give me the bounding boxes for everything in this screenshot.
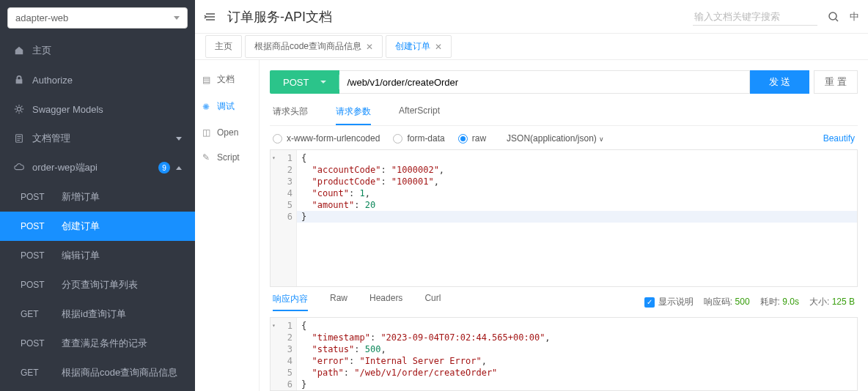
chevron-up-icon xyxy=(176,166,182,170)
response-time: 9.0s xyxy=(782,297,799,307)
response-size: 125 B xyxy=(832,297,855,307)
api-item[interactable]: GET根据id查询订单 xyxy=(0,299,195,329)
page-title: 订单服务-API文档 xyxy=(227,8,332,26)
api-method: POST xyxy=(21,250,51,261)
radio-raw[interactable]: raw xyxy=(458,133,486,144)
api-label: 创建订单 xyxy=(62,220,100,233)
sidebar-item-docmgmt[interactable]: 文档管理 xyxy=(0,124,195,153)
response-body-viewer[interactable]: 123456 { "timestamp": "2023-09-04T07:02:… xyxy=(270,317,858,391)
sidebar-item-home[interactable]: 主页 xyxy=(0,36,195,65)
sidebar-item-swagger[interactable]: Swagger Models xyxy=(0,94,195,124)
response-tab[interactable]: Headers xyxy=(369,293,402,311)
api-method: GET xyxy=(21,309,51,319)
api-method: POST xyxy=(21,338,51,349)
main: 订单服务-API文档 中 主页根据商品code查询商品信息✕创建订单✕ ▤文档✺… xyxy=(195,0,868,391)
cloud-icon xyxy=(13,162,25,174)
response-tab[interactable]: 响应内容 xyxy=(273,293,308,311)
api-item[interactable]: POST分页查询订单列表 xyxy=(0,270,195,299)
response-tab[interactable]: Raw xyxy=(330,293,347,311)
sidebar-item-label: order-wep端api xyxy=(32,161,98,174)
beautify-button[interactable]: Beautify xyxy=(823,133,855,144)
tabs: 主页根据商品code查询商品信息✕创建订单✕ xyxy=(195,34,868,60)
svg-point-2 xyxy=(829,12,836,20)
language-toggle[interactable]: 中 xyxy=(850,10,859,23)
side-tab-script[interactable]: ✎Script xyxy=(195,145,259,170)
header: 订单服务-API文档 中 xyxy=(195,0,868,34)
show-desc-checkbox[interactable]: ✓ xyxy=(644,297,655,308)
side-tabs: ▤文档✺调试◫Open✎Script xyxy=(195,60,260,391)
chevron-down-icon xyxy=(320,81,326,83)
script-icon: ✎ xyxy=(202,152,213,163)
project-select[interactable]: adapter-web xyxy=(7,7,188,29)
content-type-select[interactable]: JSON(application/json) ∨ xyxy=(507,133,604,144)
debug-panel: POST 发 送 重 置 请求头部请求参数AfterScript x-www-f… xyxy=(260,60,868,391)
sidebar-item-label: 主页 xyxy=(32,44,51,57)
api-item[interactable]: POST查查满足条件的记录 xyxy=(0,329,195,358)
open-icon: ◫ xyxy=(202,127,213,138)
doc-icon xyxy=(13,133,25,144)
api-method: POST xyxy=(21,192,51,202)
project-name: adapter-web xyxy=(15,12,68,23)
send-button[interactable]: 发 送 xyxy=(750,70,810,94)
url-input[interactable] xyxy=(339,70,749,94)
sidebar: adapter-web 主页 Authorize Swagger Models … xyxy=(0,0,195,391)
sidebar-item-label: Swagger Models xyxy=(32,104,103,115)
home-icon xyxy=(13,45,25,56)
lock-icon xyxy=(13,74,25,86)
gear-icon xyxy=(13,103,25,115)
api-method: POST xyxy=(21,280,51,290)
method-select[interactable]: POST xyxy=(270,70,339,94)
side-tab-open[interactable]: ◫Open xyxy=(195,120,259,145)
radio-urlencoded[interactable]: x-www-form-urlencoded xyxy=(273,133,380,144)
response-code: 500 xyxy=(735,297,750,307)
api-label: 编辑订单 xyxy=(62,249,100,262)
doc-tab[interactable]: 主页 xyxy=(205,35,242,58)
side-tab-bug[interactable]: ✺调试 xyxy=(195,93,259,120)
bug-icon: ✺ xyxy=(202,102,213,112)
api-label: 根据商品code查询商品信息 xyxy=(62,366,177,379)
menu-toggle-icon[interactable] xyxy=(204,10,217,23)
doc-tab[interactable]: 创建订单✕ xyxy=(386,35,452,58)
api-item[interactable]: POST新增订单 xyxy=(0,182,195,212)
request-subtab[interactable]: 请求参数 xyxy=(336,105,371,125)
search-icon[interactable] xyxy=(828,11,839,23)
doc-icon: ▤ xyxy=(202,75,213,85)
sidebar-item-label: 文档管理 xyxy=(32,132,70,145)
api-method: GET xyxy=(21,368,51,378)
chevron-down-icon xyxy=(176,137,182,141)
sidebar-item-orderapi[interactable]: order-wep端api 9 xyxy=(0,153,195,182)
api-method: POST xyxy=(21,221,51,231)
count-badge: 9 xyxy=(158,162,170,174)
api-item[interactable]: POST创建订单 xyxy=(0,212,195,241)
api-label: 查查满足条件的记录 xyxy=(62,337,147,350)
close-icon[interactable]: ✕ xyxy=(366,42,373,52)
api-item[interactable]: GET根据商品code查询商品信息 xyxy=(0,358,195,387)
response-tab[interactable]: Curl xyxy=(424,293,441,311)
chevron-down-icon xyxy=(174,16,180,20)
sidebar-item-label: Authorize xyxy=(32,75,73,86)
search-input[interactable] xyxy=(693,8,817,26)
close-icon[interactable]: ✕ xyxy=(435,42,442,52)
api-label: 新增订单 xyxy=(62,190,100,204)
svg-point-0 xyxy=(17,107,21,111)
request-body-editor[interactable]: 123456 { "accountCode": "1000002", "prod… xyxy=(270,149,858,287)
doc-tab[interactable]: 根据商品code查询商品信息✕ xyxy=(245,35,383,58)
request-subtab[interactable]: 请求头部 xyxy=(273,105,308,125)
request-subtab[interactable]: AfterScript xyxy=(399,105,440,125)
radio-formdata[interactable]: form-data xyxy=(393,133,444,144)
sidebar-item-authorize[interactable]: Authorize xyxy=(0,65,195,94)
api-item[interactable]: POST编辑订单 xyxy=(0,241,195,270)
reset-button[interactable]: 重 置 xyxy=(814,70,858,94)
side-tab-doc[interactable]: ▤文档 xyxy=(195,66,259,93)
api-label: 根据id查询订单 xyxy=(62,308,126,321)
api-label: 分页查询订单列表 xyxy=(62,278,138,291)
